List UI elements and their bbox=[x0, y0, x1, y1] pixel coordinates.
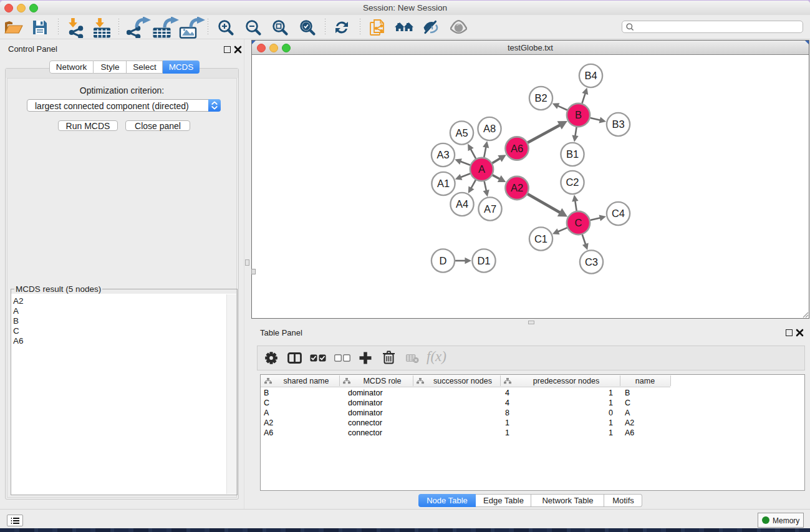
svg-text:B3: B3 bbox=[612, 118, 624, 130]
svg-text:B1: B1 bbox=[566, 148, 579, 160]
svg-text:C: C bbox=[575, 217, 582, 228]
svg-text:A2: A2 bbox=[511, 182, 523, 193]
svg-text:A: A bbox=[478, 163, 485, 175]
svg-text:D: D bbox=[440, 255, 447, 266]
svg-text:B4: B4 bbox=[584, 70, 597, 81]
svg-text:B: B bbox=[575, 109, 582, 120]
svg-text:C4: C4 bbox=[612, 208, 625, 219]
svg-text:A4: A4 bbox=[456, 198, 468, 210]
svg-text:C3: C3 bbox=[585, 256, 598, 268]
svg-text:C2: C2 bbox=[566, 177, 579, 188]
svg-text:A6: A6 bbox=[511, 143, 523, 154]
svg-text:B2: B2 bbox=[534, 92, 547, 104]
svg-text:A3: A3 bbox=[436, 149, 449, 160]
svg-text:A5: A5 bbox=[455, 127, 468, 138]
svg-text:A7: A7 bbox=[484, 203, 496, 215]
svg-text:A8: A8 bbox=[483, 123, 496, 134]
svg-text:C1: C1 bbox=[534, 233, 547, 244]
svg-text:A1: A1 bbox=[437, 178, 450, 189]
svg-text:D1: D1 bbox=[477, 255, 490, 266]
